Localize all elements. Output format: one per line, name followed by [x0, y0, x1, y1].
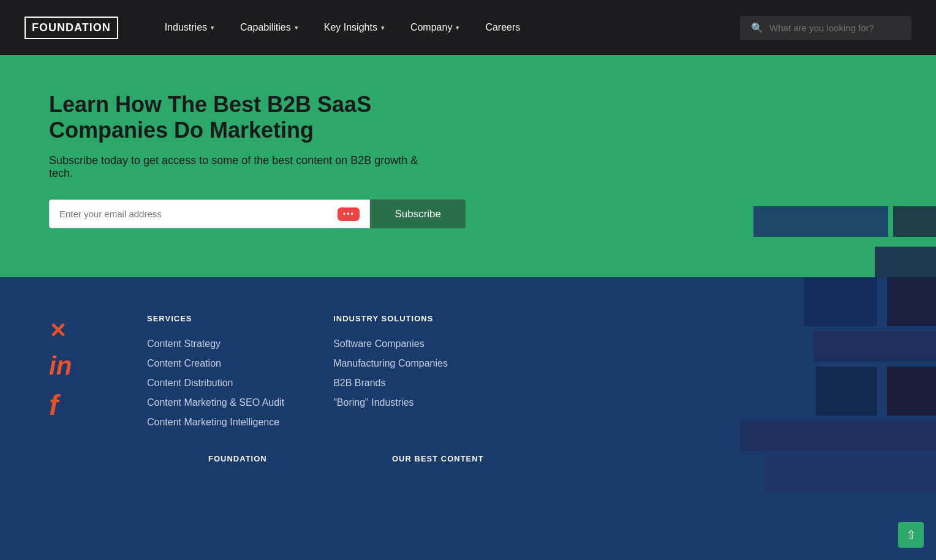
chevron-icon: ▾: [295, 24, 298, 32]
search-bar: 🔍: [740, 16, 911, 40]
footer-link-content-distribution[interactable]: Content Distribution: [147, 376, 284, 390]
footer-link-content-strategy[interactable]: Content Strategy: [147, 337, 284, 351]
footer-best-content-column: OUR BEST CONTENT: [392, 454, 527, 472]
hero-heading: Learn How The Best B2B SaaS Companies Do…: [49, 92, 478, 143]
email-input-wrap: •••: [49, 200, 370, 228]
social-column: ✕ in f: [49, 314, 98, 430]
our-best-content-title: OUR BEST CONTENT: [392, 454, 527, 463]
chevron-icon: ▾: [381, 24, 385, 32]
dots-icon: •••: [338, 207, 360, 221]
twitter-x-icon[interactable]: ✕: [49, 320, 66, 341]
footer-link-content-marketing-intelligence[interactable]: Content Marketing Intelligence: [147, 415, 284, 430]
footer-link-boring-industries[interactable]: "Boring" Industries: [333, 395, 468, 410]
hero-section: Learn How The Best B2B SaaS Companies Do…: [0, 55, 936, 277]
industry-title: INDUSTRY SOLUTIONS: [333, 314, 468, 323]
footer-industry-column: INDUSTRY SOLUTIONS Software Companies Ma…: [333, 314, 468, 430]
footer-decorative: [722, 277, 936, 496]
facebook-icon[interactable]: f: [49, 391, 58, 419]
logo[interactable]: FOUNDATION: [25, 17, 118, 39]
nav-careers[interactable]: Careers: [475, 17, 530, 38]
nav-industries[interactable]: Industries ▾: [155, 17, 224, 38]
chevron-icon: ▾: [456, 24, 459, 32]
subscribe-form: ••• Subscribe: [49, 200, 466, 228]
footer-link-manufacturing-companies[interactable]: Manufacturing Companies: [333, 356, 468, 371]
hero-subtext: Subscribe today to get access to some of…: [49, 154, 429, 180]
scroll-to-top-button[interactable]: ⇧: [898, 522, 924, 548]
nav-company[interactable]: Company ▾: [401, 17, 469, 38]
navbar: FOUNDATION Industries ▾ Capabilities ▾ K…: [0, 0, 936, 55]
services-title: SERVICES: [147, 314, 284, 323]
nav-key-insights[interactable]: Key Insights ▾: [314, 17, 394, 38]
linkedin-icon[interactable]: in: [49, 353, 72, 379]
subscribe-button[interactable]: Subscribe: [370, 200, 466, 228]
hero-decorative-blocks: [753, 206, 936, 277]
footer-link-content-creation[interactable]: Content Creation: [147, 356, 284, 371]
footer-link-b2b-brands[interactable]: B2B Brands: [333, 376, 468, 390]
nav-capabilities[interactable]: Capabilities ▾: [230, 17, 308, 38]
search-icon: 🔍: [751, 22, 763, 34]
nav-links: Industries ▾ Capabilities ▾ Key Insights…: [155, 17, 715, 38]
footer-link-content-marketing-seo[interactable]: Content Marketing & SEO Audit: [147, 395, 284, 410]
footer-foundation-column: FOUNDATION: [208, 454, 343, 472]
footer-services-column: SERVICES Content Strategy Content Creati…: [147, 314, 284, 430]
search-input[interactable]: [769, 23, 892, 33]
foundation-title: FOUNDATION: [208, 454, 343, 463]
footer-link-software-companies[interactable]: Software Companies: [333, 337, 468, 351]
footer: ✕ in f SERVICES Content Strategy Content…: [0, 277, 936, 496]
email-input[interactable]: [59, 200, 331, 228]
chevron-icon: ▾: [211, 24, 214, 32]
